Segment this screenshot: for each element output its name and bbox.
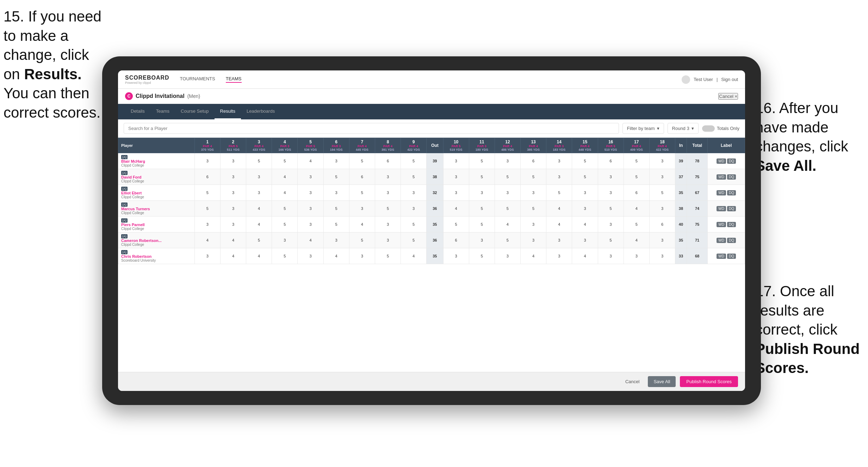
hole-18-score[interactable]: 3 bbox=[649, 232, 675, 248]
wd-button[interactable]: WD bbox=[717, 222, 726, 227]
hole-5-score[interactable]: 4 bbox=[298, 153, 323, 169]
hole-1-score[interactable]: 6 bbox=[194, 169, 220, 185]
hole-4-score[interactable]: 4 bbox=[272, 169, 298, 185]
hole-9-score[interactable]: 3 bbox=[401, 201, 427, 217]
hole-14-score[interactable]: 5 bbox=[546, 185, 572, 201]
round-dropdown[interactable]: Round 3 ▾ bbox=[668, 123, 699, 134]
tab-results[interactable]: Results bbox=[215, 104, 241, 119]
hole-11-score[interactable]: 3 bbox=[469, 232, 495, 248]
wd-button[interactable]: WD bbox=[717, 206, 726, 211]
hole-10-score[interactable]: 3 bbox=[443, 153, 469, 169]
hole-12-score[interactable]: 3 bbox=[495, 153, 520, 169]
hole-7-score[interactable]: 4 bbox=[349, 217, 375, 232]
hole-16-score[interactable]: 3 bbox=[598, 248, 624, 264]
dq-button[interactable]: DQ bbox=[727, 190, 736, 195]
hole-1-score[interactable]: 3 bbox=[194, 248, 220, 264]
hole-14-score[interactable]: 3 bbox=[546, 153, 572, 169]
hole-10-score[interactable]: 6 bbox=[443, 232, 469, 248]
hole-11-score[interactable]: 5 bbox=[469, 153, 495, 169]
hole-9-score[interactable]: 5 bbox=[401, 217, 427, 232]
hole-9-score[interactable]: 5 bbox=[401, 169, 427, 185]
cancel-top-button[interactable]: Cancel × bbox=[718, 93, 738, 100]
hole-8-score[interactable]: 6 bbox=[375, 153, 401, 169]
hole-15-score[interactable]: 3 bbox=[572, 201, 598, 217]
filter-by-team-dropdown[interactable]: Filter by team ▾ bbox=[622, 123, 664, 134]
hole-12-score[interactable]: 5 bbox=[495, 169, 520, 185]
hole-6-score[interactable]: 3 bbox=[323, 185, 349, 201]
wd-button[interactable]: WD bbox=[717, 238, 726, 243]
hole-2-score[interactable]: 4 bbox=[220, 248, 246, 264]
hole-7-score[interactable]: 3 bbox=[349, 248, 375, 264]
hole-7-score[interactable]: 6 bbox=[349, 169, 375, 185]
hole-7-score[interactable]: 3 bbox=[349, 201, 375, 217]
toggle-switch[interactable] bbox=[702, 125, 715, 132]
hole-17-score[interactable]: 3 bbox=[624, 248, 649, 264]
cancel-button[interactable]: Cancel bbox=[621, 376, 644, 387]
hole-18-score[interactable]: 3 bbox=[649, 248, 675, 264]
hole-17-score[interactable]: 5 bbox=[624, 169, 649, 185]
hole-17-score[interactable]: 4 bbox=[624, 201, 649, 217]
hole-4-score[interactable]: 5 bbox=[272, 248, 298, 264]
dq-button[interactable]: DQ bbox=[727, 158, 736, 164]
hole-3-score[interactable]: 3 bbox=[246, 185, 272, 201]
hole-11-score[interactable]: 5 bbox=[469, 201, 495, 217]
hole-12-score[interactable]: 5 bbox=[495, 232, 520, 248]
hole-8-score[interactable]: 3 bbox=[375, 217, 401, 232]
tab-teams[interactable]: Teams bbox=[150, 104, 175, 119]
hole-18-score[interactable]: 6 bbox=[649, 217, 675, 232]
hole-13-score[interactable]: 5 bbox=[521, 201, 546, 217]
hole-6-score[interactable]: 3 bbox=[323, 232, 349, 248]
hole-18-score[interactable]: 5 bbox=[649, 185, 675, 201]
hole-14-score[interactable]: 4 bbox=[546, 217, 572, 232]
hole-4-score[interactable]: 3 bbox=[272, 232, 298, 248]
hole-13-score[interactable]: 3 bbox=[521, 185, 546, 201]
hole-11-score[interactable]: 5 bbox=[469, 169, 495, 185]
hole-10-score[interactable]: 3 bbox=[443, 248, 469, 264]
hole-12-score[interactable]: 5 bbox=[495, 201, 520, 217]
sign-out-link[interactable]: Sign out bbox=[721, 77, 738, 82]
hole-16-score[interactable]: 5 bbox=[598, 201, 624, 217]
hole-13-score[interactable]: 5 bbox=[521, 169, 546, 185]
hole-15-score[interactable]: 4 bbox=[572, 217, 598, 232]
hole-18-score[interactable]: 3 bbox=[649, 153, 675, 169]
nav-teams[interactable]: TEAMS bbox=[226, 76, 242, 83]
hole-17-score[interactable]: 5 bbox=[624, 153, 649, 169]
hole-11-score[interactable]: 3 bbox=[469, 185, 495, 201]
hole-10-score[interactable]: 4 bbox=[443, 201, 469, 217]
hole-16-score[interactable]: 6 bbox=[598, 153, 624, 169]
hole-17-score[interactable]: 5 bbox=[624, 217, 649, 232]
hole-6-score[interactable]: 5 bbox=[323, 217, 349, 232]
search-input[interactable] bbox=[124, 123, 619, 134]
hole-8-score[interactable]: 3 bbox=[375, 185, 401, 201]
nav-tournaments[interactable]: TOURNAMENTS bbox=[180, 76, 215, 83]
totals-only-toggle[interactable]: Totals Only bbox=[702, 125, 739, 132]
hole-6-score[interactable]: 3 bbox=[323, 153, 349, 169]
hole-11-score[interactable]: 5 bbox=[469, 217, 495, 232]
hole-15-score[interactable]: 4 bbox=[572, 248, 598, 264]
dq-button[interactable]: DQ bbox=[727, 238, 736, 243]
hole-14-score[interactable]: 3 bbox=[546, 169, 572, 185]
hole-7-score[interactable]: 5 bbox=[349, 232, 375, 248]
hole-5-score[interactable]: 3 bbox=[298, 185, 323, 201]
hole-17-score[interactable]: 4 bbox=[624, 232, 649, 248]
wd-button[interactable]: WD bbox=[717, 158, 726, 164]
hole-3-score[interactable]: 4 bbox=[246, 201, 272, 217]
hole-1-score[interactable]: 4 bbox=[194, 232, 220, 248]
hole-15-score[interactable]: 5 bbox=[572, 153, 598, 169]
hole-7-score[interactable]: 5 bbox=[349, 153, 375, 169]
hole-4-score[interactable]: 5 bbox=[272, 201, 298, 217]
hole-2-score[interactable]: 3 bbox=[220, 201, 246, 217]
hole-13-score[interactable]: 4 bbox=[521, 248, 546, 264]
hole-8-score[interactable]: 5 bbox=[375, 248, 401, 264]
hole-1-score[interactable]: 3 bbox=[194, 153, 220, 169]
hole-18-score[interactable]: 3 bbox=[649, 169, 675, 185]
hole-3-score[interactable]: 3 bbox=[246, 169, 272, 185]
hole-5-score[interactable]: 3 bbox=[298, 217, 323, 232]
hole-14-score[interactable]: 3 bbox=[546, 248, 572, 264]
hole-16-score[interactable]: 5 bbox=[598, 232, 624, 248]
hole-5-score[interactable]: 3 bbox=[298, 201, 323, 217]
hole-9-score[interactable]: 3 bbox=[401, 185, 427, 201]
hole-13-score[interactable]: 3 bbox=[521, 217, 546, 232]
hole-13-score[interactable]: 6 bbox=[521, 153, 546, 169]
hole-8-score[interactable]: 5 bbox=[375, 201, 401, 217]
